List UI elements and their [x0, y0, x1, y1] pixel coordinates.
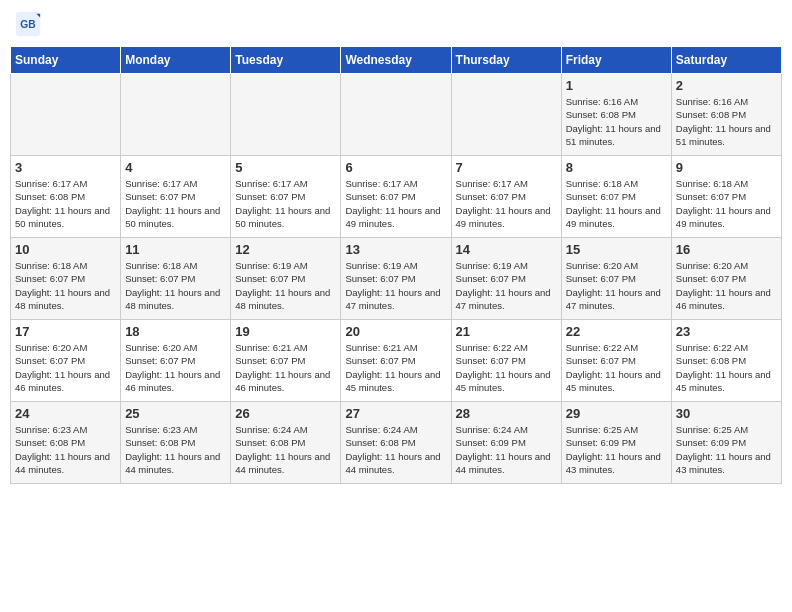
day-number: 24 [15, 406, 116, 421]
calendar-cell: 24Sunrise: 6:23 AM Sunset: 6:08 PM Dayli… [11, 402, 121, 484]
day-number: 2 [676, 78, 777, 93]
day-info: Sunrise: 6:25 AM Sunset: 6:09 PM Dayligh… [676, 423, 777, 476]
day-number: 4 [125, 160, 226, 175]
day-info: Sunrise: 6:16 AM Sunset: 6:08 PM Dayligh… [566, 95, 667, 148]
calendar-cell: 16Sunrise: 6:20 AM Sunset: 6:07 PM Dayli… [671, 238, 781, 320]
day-number: 7 [456, 160, 557, 175]
calendar-cell: 7Sunrise: 6:17 AM Sunset: 6:07 PM Daylig… [451, 156, 561, 238]
logo: GB [14, 10, 44, 38]
day-info: Sunrise: 6:17 AM Sunset: 6:07 PM Dayligh… [456, 177, 557, 230]
day-number: 9 [676, 160, 777, 175]
svg-text:GB: GB [20, 19, 35, 30]
day-number: 6 [345, 160, 446, 175]
day-number: 27 [345, 406, 446, 421]
day-info: Sunrise: 6:18 AM Sunset: 6:07 PM Dayligh… [566, 177, 667, 230]
calendar-week-2: 3Sunrise: 6:17 AM Sunset: 6:08 PM Daylig… [11, 156, 782, 238]
day-info: Sunrise: 6:20 AM Sunset: 6:07 PM Dayligh… [566, 259, 667, 312]
day-header-tuesday: Tuesday [231, 47, 341, 74]
day-info: Sunrise: 6:18 AM Sunset: 6:07 PM Dayligh… [125, 259, 226, 312]
day-header-friday: Friday [561, 47, 671, 74]
calendar-cell [451, 74, 561, 156]
calendar-cell: 29Sunrise: 6:25 AM Sunset: 6:09 PM Dayli… [561, 402, 671, 484]
calendar-week-5: 24Sunrise: 6:23 AM Sunset: 6:08 PM Dayli… [11, 402, 782, 484]
calendar-cell: 3Sunrise: 6:17 AM Sunset: 6:08 PM Daylig… [11, 156, 121, 238]
calendar-cell: 18Sunrise: 6:20 AM Sunset: 6:07 PM Dayli… [121, 320, 231, 402]
calendar-cell: 14Sunrise: 6:19 AM Sunset: 6:07 PM Dayli… [451, 238, 561, 320]
calendar-cell: 28Sunrise: 6:24 AM Sunset: 6:09 PM Dayli… [451, 402, 561, 484]
calendar-cell: 10Sunrise: 6:18 AM Sunset: 6:07 PM Dayli… [11, 238, 121, 320]
day-number: 3 [15, 160, 116, 175]
calendar-cell: 12Sunrise: 6:19 AM Sunset: 6:07 PM Dayli… [231, 238, 341, 320]
calendar-cell: 25Sunrise: 6:23 AM Sunset: 6:08 PM Dayli… [121, 402, 231, 484]
day-info: Sunrise: 6:17 AM Sunset: 6:07 PM Dayligh… [345, 177, 446, 230]
calendar-cell [231, 74, 341, 156]
day-number: 19 [235, 324, 336, 339]
calendar-cell: 4Sunrise: 6:17 AM Sunset: 6:07 PM Daylig… [121, 156, 231, 238]
day-header-sunday: Sunday [11, 47, 121, 74]
day-number: 1 [566, 78, 667, 93]
logo-icon: GB [14, 10, 42, 38]
calendar-cell: 20Sunrise: 6:21 AM Sunset: 6:07 PM Dayli… [341, 320, 451, 402]
day-number: 10 [15, 242, 116, 257]
day-info: Sunrise: 6:21 AM Sunset: 6:07 PM Dayligh… [235, 341, 336, 394]
calendar-cell: 22Sunrise: 6:22 AM Sunset: 6:07 PM Dayli… [561, 320, 671, 402]
day-info: Sunrise: 6:23 AM Sunset: 6:08 PM Dayligh… [125, 423, 226, 476]
day-info: Sunrise: 6:17 AM Sunset: 6:07 PM Dayligh… [235, 177, 336, 230]
day-info: Sunrise: 6:17 AM Sunset: 6:08 PM Dayligh… [15, 177, 116, 230]
day-number: 5 [235, 160, 336, 175]
day-info: Sunrise: 6:24 AM Sunset: 6:08 PM Dayligh… [235, 423, 336, 476]
calendar-week-3: 10Sunrise: 6:18 AM Sunset: 6:07 PM Dayli… [11, 238, 782, 320]
day-number: 17 [15, 324, 116, 339]
calendar-cell: 27Sunrise: 6:24 AM Sunset: 6:08 PM Dayli… [341, 402, 451, 484]
day-info: Sunrise: 6:24 AM Sunset: 6:09 PM Dayligh… [456, 423, 557, 476]
calendar-cell: 13Sunrise: 6:19 AM Sunset: 6:07 PM Dayli… [341, 238, 451, 320]
calendar-cell: 9Sunrise: 6:18 AM Sunset: 6:07 PM Daylig… [671, 156, 781, 238]
day-info: Sunrise: 6:18 AM Sunset: 6:07 PM Dayligh… [676, 177, 777, 230]
page-header: GB [10, 10, 782, 38]
calendar-cell: 11Sunrise: 6:18 AM Sunset: 6:07 PM Dayli… [121, 238, 231, 320]
day-info: Sunrise: 6:25 AM Sunset: 6:09 PM Dayligh… [566, 423, 667, 476]
calendar-cell: 17Sunrise: 6:20 AM Sunset: 6:07 PM Dayli… [11, 320, 121, 402]
day-number: 25 [125, 406, 226, 421]
day-header-monday: Monday [121, 47, 231, 74]
day-info: Sunrise: 6:19 AM Sunset: 6:07 PM Dayligh… [456, 259, 557, 312]
calendar-week-1: 1Sunrise: 6:16 AM Sunset: 6:08 PM Daylig… [11, 74, 782, 156]
day-info: Sunrise: 6:20 AM Sunset: 6:07 PM Dayligh… [125, 341, 226, 394]
day-number: 8 [566, 160, 667, 175]
calendar-cell: 2Sunrise: 6:16 AM Sunset: 6:08 PM Daylig… [671, 74, 781, 156]
calendar-cell: 19Sunrise: 6:21 AM Sunset: 6:07 PM Dayli… [231, 320, 341, 402]
day-number: 12 [235, 242, 336, 257]
calendar-cell [121, 74, 231, 156]
calendar-cell: 1Sunrise: 6:16 AM Sunset: 6:08 PM Daylig… [561, 74, 671, 156]
calendar-cell: 8Sunrise: 6:18 AM Sunset: 6:07 PM Daylig… [561, 156, 671, 238]
day-info: Sunrise: 6:21 AM Sunset: 6:07 PM Dayligh… [345, 341, 446, 394]
day-number: 11 [125, 242, 226, 257]
calendar-cell: 6Sunrise: 6:17 AM Sunset: 6:07 PM Daylig… [341, 156, 451, 238]
day-info: Sunrise: 6:19 AM Sunset: 6:07 PM Dayligh… [235, 259, 336, 312]
calendar-cell: 23Sunrise: 6:22 AM Sunset: 6:08 PM Dayli… [671, 320, 781, 402]
calendar-body: 1Sunrise: 6:16 AM Sunset: 6:08 PM Daylig… [11, 74, 782, 484]
day-header-thursday: Thursday [451, 47, 561, 74]
day-info: Sunrise: 6:24 AM Sunset: 6:08 PM Dayligh… [345, 423, 446, 476]
day-number: 21 [456, 324, 557, 339]
calendar-cell [341, 74, 451, 156]
calendar-cell: 5Sunrise: 6:17 AM Sunset: 6:07 PM Daylig… [231, 156, 341, 238]
day-number: 16 [676, 242, 777, 257]
day-info: Sunrise: 6:23 AM Sunset: 6:08 PM Dayligh… [15, 423, 116, 476]
day-info: Sunrise: 6:20 AM Sunset: 6:07 PM Dayligh… [676, 259, 777, 312]
day-number: 23 [676, 324, 777, 339]
day-info: Sunrise: 6:22 AM Sunset: 6:07 PM Dayligh… [566, 341, 667, 394]
day-info: Sunrise: 6:22 AM Sunset: 6:07 PM Dayligh… [456, 341, 557, 394]
day-number: 29 [566, 406, 667, 421]
calendar-cell [11, 74, 121, 156]
calendar-cell: 21Sunrise: 6:22 AM Sunset: 6:07 PM Dayli… [451, 320, 561, 402]
calendar-table: SundayMondayTuesdayWednesdayThursdayFrid… [10, 46, 782, 484]
day-number: 22 [566, 324, 667, 339]
calendar-week-4: 17Sunrise: 6:20 AM Sunset: 6:07 PM Dayli… [11, 320, 782, 402]
calendar-cell: 26Sunrise: 6:24 AM Sunset: 6:08 PM Dayli… [231, 402, 341, 484]
day-number: 14 [456, 242, 557, 257]
day-info: Sunrise: 6:16 AM Sunset: 6:08 PM Dayligh… [676, 95, 777, 148]
day-number: 15 [566, 242, 667, 257]
day-header-saturday: Saturday [671, 47, 781, 74]
day-info: Sunrise: 6:18 AM Sunset: 6:07 PM Dayligh… [15, 259, 116, 312]
